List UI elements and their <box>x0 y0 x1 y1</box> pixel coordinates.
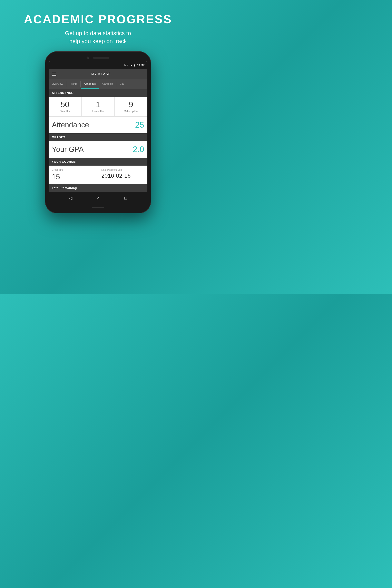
wifi-icon: ▾ <box>127 64 128 67</box>
hamburger-menu-icon[interactable] <box>52 73 56 76</box>
total-hrs-value: 50 <box>51 100 80 109</box>
home-button[interactable]: ○ <box>97 196 100 200</box>
bottom-remaining-text: Total Remaining <box>52 186 77 190</box>
absent-hrs-cell: 1 Absent Hrs <box>82 97 115 116</box>
hamburger-line-2 <box>52 74 56 74</box>
course-header-text: YOUR COURSE: <box>52 160 76 163</box>
tab-classes[interactable]: Cla <box>116 80 127 89</box>
page-subtitle: Get up to date statistics tohelp you kee… <box>24 29 172 45</box>
phone-camera <box>86 56 89 59</box>
phone-screen: ⊘ ▾ ▲ ▮ 11:37 MY KLASS Overview Prof <box>48 62 148 204</box>
tab-carpools[interactable]: Carpools <box>99 80 116 89</box>
absent-hrs-label: Absent Hrs <box>84 110 112 113</box>
payment-sublabel: Next Payment Due <box>102 168 144 171</box>
course-details-row: Credit Hrs 15 Next Payment Due 2016-02-1… <box>48 166 148 184</box>
hamburger-line-1 <box>52 73 56 73</box>
gpa-label: Your GPA <box>52 145 84 154</box>
phone-bottom-bar <box>48 204 148 210</box>
grades-header-text: GRADES: <box>52 136 66 139</box>
tab-profile[interactable]: Profile <box>66 80 80 89</box>
tab-academic[interactable]: Academic <box>81 80 99 89</box>
attendance-score-label: Attendance <box>52 121 89 129</box>
tab-overview[interactable]: Overview <box>48 80 66 89</box>
phone-shell: ⊘ ▾ ▲ ▮ 11:37 MY KLASS Overview Prof <box>45 51 151 213</box>
makeup-hrs-label: Make Up Hrs <box>116 110 145 113</box>
phone-home-indicator <box>92 207 104 208</box>
status-icons: ⊘ ▾ ▲ ▮ 11:37 <box>124 64 144 67</box>
credit-hrs-value: 15 <box>52 172 95 181</box>
signal-icon: ▲ <box>130 64 132 67</box>
makeup-hrs-value: 9 <box>116 100 145 109</box>
credit-hrs-cell: Credit Hrs 15 <box>48 166 98 184</box>
app-title: MY KLASS <box>58 72 144 76</box>
gpa-row: Your GPA 2.0 <box>48 141 148 158</box>
total-hrs-cell: 50 Total Hrs <box>48 97 82 116</box>
recent-button[interactable]: □ <box>124 196 127 200</box>
attendance-score-row: Attendance 25 <box>48 116 148 133</box>
payment-due-cell: Next Payment Due 2016-02-16 <box>98 166 148 184</box>
phone-speaker <box>93 57 110 59</box>
content-area: ATTENDANCE: 50 Total Hrs 1 Absent Hrs 9 … <box>48 89 148 192</box>
app-header: MY KLASS <box>48 69 148 80</box>
course-section-header: YOUR COURSE: <box>48 158 148 166</box>
course-section: Credit Hrs 15 Next Payment Due 2016-02-1… <box>48 166 148 184</box>
total-hrs-label: Total Hrs <box>51 110 80 113</box>
attendance-score-value: 25 <box>135 120 144 130</box>
gpa-value: 2.0 <box>133 145 144 154</box>
phone-top-bar <box>48 55 148 62</box>
page-header: ACADEMIC PROGRESS Get up to date statist… <box>16 0 180 51</box>
makeup-hrs-cell: 9 Make Up Hrs <box>114 97 148 116</box>
attendance-stats-row: 50 Total Hrs 1 Absent Hrs 9 Make Up Hrs <box>48 97 148 116</box>
status-bar: ⊘ ▾ ▲ ▮ 11:37 <box>48 62 148 69</box>
back-button[interactable]: ◁ <box>69 196 72 200</box>
page-title: ACADEMIC PROGRESS <box>24 12 172 26</box>
phone-bottom-nav: ◁ ○ □ <box>48 192 148 204</box>
attendance-section-header: ATTENDANCE: <box>48 89 148 97</box>
blocked-icon: ⊘ <box>124 64 126 67</box>
hamburger-line-3 <box>52 75 56 76</box>
credit-hrs-sublabel: Credit Hrs <box>52 168 95 171</box>
payment-value: 2016-02-16 <box>102 172 144 179</box>
grades-section-header: GRADES: <box>48 133 148 141</box>
tabs-bar: Overview Profile Academic Carpools Cla <box>48 80 148 89</box>
absent-hrs-value: 1 <box>84 100 112 109</box>
battery-icon: ▮ <box>134 64 135 67</box>
attendance-header-text: ATTENDANCE: <box>52 91 74 94</box>
status-time: 11:37 <box>137 64 144 67</box>
bottom-remaining-section: Total Remaining <box>48 184 148 192</box>
